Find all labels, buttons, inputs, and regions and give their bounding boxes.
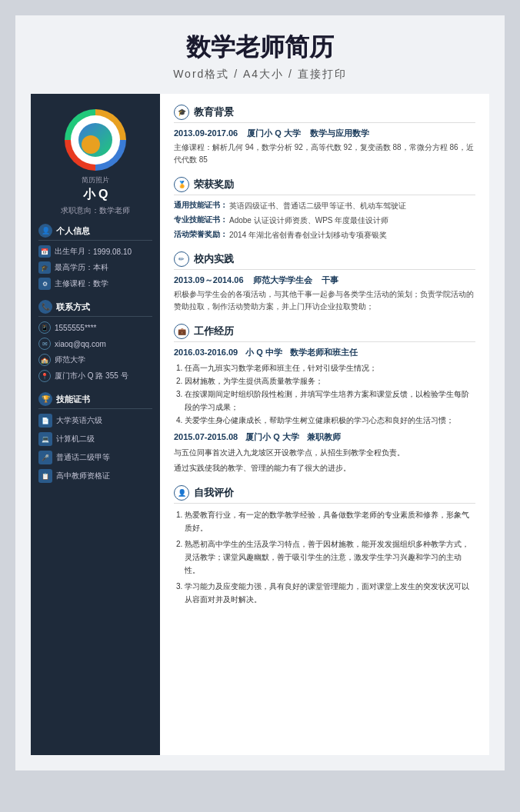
cert3-icon: 🎤: [38, 451, 52, 464]
school-icon: 🏫: [38, 354, 51, 366]
self-section: 👤 自我评价 热爱教育行业，有一定的数学教学经验，具备做数学老师的专业素质和修养…: [174, 485, 475, 606]
edu-info-row: 2013.09-2017.06 厦门小 Q 大学 数学与应用数学: [174, 128, 475, 139]
work-section-title: 工作经历: [194, 324, 234, 338]
award-section-title: 荣获奖励: [194, 178, 234, 191]
practice-desc: 积极参与学生会的各项活动，与其他干事一起参与各类学生活动的策划；负责学院活动的赞…: [174, 288, 475, 313]
major-icon: ⚙: [38, 278, 51, 290]
personal-icon: 👤: [38, 224, 52, 238]
cert-section: 🏆 技能证书 📄 大学英语六级 💻 计算机二级 🎤 普通话二级甲等 📋: [31, 392, 160, 488]
work1-item1: 任高一九班实习数学老师和班主任，针对引级学生情况；: [185, 361, 475, 374]
sidebar: 简历照片 小 Q 求职意向：数学老师 👤 个人信息 📅 出生年月：1999.08…: [31, 94, 160, 755]
personal-info-section: 👤 个人信息 📅 出生年月：1999.08.10 🎓 最高学历：本科 ⚙ 主修课…: [31, 224, 160, 294]
practice-section-title: 校内实践: [194, 252, 234, 266]
page-subtitle: Word格式 / A4大小 / 直接打印: [31, 68, 489, 82]
cert4-row: 📋 高中教师资格证: [38, 469, 152, 483]
address-row: 📍 厦门市小 Q 路 355 号: [38, 370, 152, 382]
work2-info-row: 2015.07-2015.08 厦门小 Q 大学 兼职教师: [174, 431, 475, 443]
work1-info-row: 2016.03-2016.09 小 Q 中学 数学老师和班主任: [174, 347, 475, 358]
work-header: 💼 工作经历: [174, 324, 475, 342]
calendar-icon: 📅: [38, 245, 51, 258]
cert-icon: 🏆: [38, 392, 52, 406]
main-content: 🎓 教育背景 2013.09-2017.06 厦门小 Q 大学 数学与应用数学 …: [160, 94, 489, 755]
work1-item4: 关爱学生身心健康成长，帮助学生树立健康积极的学习心态和良好的生活习惯；: [185, 414, 475, 427]
work-section-icon: 💼: [174, 324, 189, 339]
education-section: 🎓 教育背景 2013.09-2017.06 厦门小 Q 大学 数学与应用数学 …: [174, 105, 475, 166]
self-item3: 学习能力及应变能力强，具有良好的课堂管理能力，面对课堂上发生的突发状况可以从容面…: [185, 580, 475, 606]
cert-title: 🏆 技能证书: [38, 392, 152, 409]
phone-icon: 📱: [38, 321, 51, 334]
work2-para2: 通过实践使我的教学、管理的能力有了很大的进步。: [174, 461, 475, 474]
email-icon: ✉: [38, 338, 51, 350]
award-section: 🏅 荣获奖励 通用技能证书： 英语四级证书、普通话二级甲等证书、机动车驾驶证 专…: [174, 177, 475, 241]
work1-item2: 因材施教，为学生提供高质量教学服务；: [185, 374, 475, 388]
self-item2: 熟悉初高中学生的生活及学习特点，善于因材施教，能开发发掘组织多种教学方式，灵活教…: [185, 537, 475, 577]
award1-row: 通用技能证书： 英语四级证书、普通话二级甲等证书、机动车驾驶证: [174, 200, 475, 211]
practice-header: ✏ 校内实践: [174, 251, 475, 270]
major-row: ⚙ 主修课程：数学: [38, 278, 152, 290]
education-section-icon: 🎓: [174, 105, 189, 120]
edu-courses: 主修课程：解析几何 94，数学分析 92，高等代数 92，复变函数 88，常微分…: [174, 141, 475, 166]
work1-list: 任高一九班实习数学老师和班主任，针对引级学生情况； 因材施教，为学生提供高质量教…: [174, 361, 475, 427]
practice-section: ✏ 校内实践 2013.09～2014.06 师范大学学生会 干事 积极参与学生…: [174, 251, 475, 313]
self-list: 热爱教育行业，有一定的数学教学经验，具备做数学老师的专业素质和修养，形象气质好。…: [174, 508, 475, 606]
education-section-title: 教育背景: [194, 105, 234, 119]
cert2-icon: 💻: [38, 432, 52, 446]
email-row: ✉ xiaoq@qq.com: [38, 338, 152, 350]
avatar: [65, 109, 126, 171]
award-header: 🏅 荣获奖励: [174, 177, 475, 195]
award2-row: 专业技能证书： Adobe 认证设计师资质、WPS 年度最佳设计师: [174, 215, 475, 226]
self-header: 👤 自我评价: [174, 485, 475, 504]
avatar-label: 简历照片: [82, 175, 109, 185]
school-row: 🏫 师范大学: [38, 354, 152, 366]
award3-row: 活动荣誉奖励： 2014 年湖北省创青春创业计划移动专项赛银奖: [174, 229, 475, 241]
resume-body: 简历照片 小 Q 求职意向：数学老师 👤 个人信息 📅 出生年月：1999.08…: [31, 94, 489, 755]
phone-row: 📱 1555555****: [38, 321, 152, 334]
candidate-name: 小 Q: [83, 187, 108, 203]
cert4-icon: 📋: [38, 469, 52, 483]
education-row: 🎓 最高学历：本科: [38, 261, 152, 274]
self-section-icon: 👤: [174, 485, 189, 501]
edu-icon: 🎓: [38, 261, 51, 274]
cert2-row: 💻 计算机二级: [38, 432, 152, 446]
contact-icon: 📞: [38, 300, 52, 314]
cert1-icon: 📄: [38, 414, 52, 428]
page-wrapper: 数学老师简历 Word格式 / A4大小 / 直接打印 简历照片 小 Q 求职意…: [15, 15, 505, 770]
self-item1: 热爱教育行业，有一定的数学教学经验，具备做数学老师的专业素质和修养，形象气质好。: [185, 508, 475, 534]
cert1-row: 📄 大学英语六级: [38, 414, 152, 428]
birthday-row: 📅 出生年月：1999.08.10: [38, 245, 152, 258]
practice-section-icon: ✏: [174, 251, 189, 267]
work1-item3: 在按课期间定时组织阶段性检测，并填写学生培养方案和课堂反馈，以检验学生每阶段的学…: [185, 388, 475, 414]
job-title: 求职意向：数学老师: [61, 205, 130, 216]
practice-info-row: 2013.09～2014.06 师范大学学生会 干事: [174, 275, 475, 286]
work2-para1: 与五位同事首次进入九龙坡区开设教学点，从招生到教学全程负责。: [174, 446, 475, 459]
address-icon: 📍: [38, 370, 51, 382]
contact-section: 📞 联系方式 📱 1555555**** ✉ xiaoq@qq.com 🏫 师范…: [31, 300, 160, 386]
page-title: 数学老师简历: [31, 31, 489, 65]
cert3-row: 🎤 普通话二级甲等: [38, 451, 152, 464]
personal-info-title: 👤 个人信息: [38, 224, 152, 241]
education-header: 🎓 教育背景: [174, 105, 475, 123]
self-section-title: 自我评价: [194, 486, 234, 500]
work-section: 💼 工作经历 2016.03-2016.09 小 Q 中学 数学老师和班主任 任…: [174, 324, 475, 474]
contact-title: 📞 联系方式: [38, 300, 152, 317]
award-section-icon: 🏅: [174, 177, 189, 192]
